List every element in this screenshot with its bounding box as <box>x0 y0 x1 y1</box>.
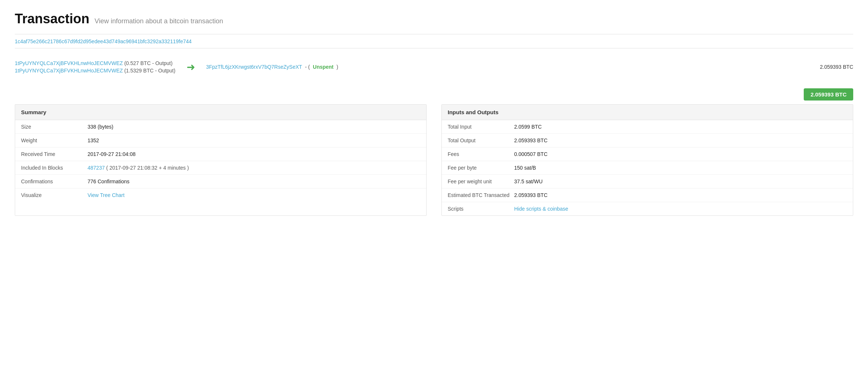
summary-value-weight: 1352 <box>88 137 99 143</box>
tx-output-separator: - ( <box>305 64 310 70</box>
page-header: Transaction View information about a bit… <box>15 11 853 27</box>
summary-row-weight: Weight 1352 <box>15 134 426 147</box>
tables-section: Summary Size 338 (bytes) Weight 1352 Rec… <box>15 104 853 216</box>
summary-label-included-blocks: Included In Blocks <box>21 165 88 171</box>
io-label-fees: Fees <box>448 151 514 157</box>
tx-input-row-2: 1tPyUYNYQLCa7XjBFVKHLnwHoJECMVWEZ (1.532… <box>15 68 175 74</box>
block-link[interactable]: 487237 <box>88 165 105 171</box>
io-row-fee-per-byte: Fee per byte 150 sat/B <box>442 161 853 175</box>
io-row-total-input: Total Input 2.0599 BTC <box>442 120 853 134</box>
summary-table: Summary Size 338 (bytes) Weight 1352 Rec… <box>15 104 427 216</box>
tx-output-close-paren: ) <box>336 64 338 70</box>
io-value-estimated-btc: 2.059393 BTC <box>514 192 547 198</box>
tx-total-badge: 2.059393 BTC <box>804 88 853 101</box>
tx-input-amount-1: (0.527 BTC - Output) <box>124 60 172 66</box>
io-label-scripts: Scripts <box>448 206 514 212</box>
summary-label-visualize: Visualize <box>21 192 88 198</box>
tx-input-address-1[interactable]: 1tPyUYNYQLCa7XjBFVKHLnwHoJECMVWEZ <box>15 60 123 66</box>
io-row-fees: Fees 0.000507 BTC <box>442 147 853 161</box>
tx-outputs: 3FpzTfL6jzXKrwgst6rxV7bQ7RseZySeXT - ( U… <box>206 64 853 70</box>
summary-label-weight: Weight <box>21 137 88 143</box>
summary-value-confirmations: 776 Confirmations <box>88 178 130 184</box>
io-row-scripts: Scripts Hide scripts & coinbase <box>442 202 853 215</box>
io-row-total-output: Total Output 2.059393 BTC <box>442 134 853 147</box>
summary-label-size: Size <box>21 124 88 130</box>
tx-total-row: 2.059393 BTC <box>15 88 853 101</box>
summary-row-received-time: Received Time 2017-09-27 21:04:08 <box>15 147 426 161</box>
summary-row-confirmations: Confirmations 776 Confirmations <box>15 175 426 188</box>
arrow-right-icon: ➜ <box>187 61 195 73</box>
io-row-fee-per-weight: Fee per weight unit 37.5 sat/WU <box>442 175 853 188</box>
summary-label-received-time: Received Time <box>21 151 88 157</box>
io-label-fee-per-byte: Fee per byte <box>448 165 514 171</box>
tx-id-link[interactable]: 1c4af75e266c21786c67d9fd2d95edee43d749ac… <box>15 38 192 44</box>
io-label-total-input: Total Input <box>448 124 514 130</box>
unspent-badge: Unspent <box>313 64 334 70</box>
inputs-outputs-table: Inputs and Outputs Total Input 2.0599 BT… <box>441 104 853 216</box>
tx-output-row-1: 3FpzTfL6jzXKrwgst6rxV7bQ7RseZySeXT - ( U… <box>206 64 853 70</box>
page-subtitle: View information about a bitcoin transac… <box>95 17 223 25</box>
io-value-fee-per-byte: 150 sat/B <box>514 165 536 171</box>
io-row-estimated-btc: Estimated BTC Transacted 2.059393 BTC <box>442 188 853 202</box>
summary-row-included-blocks: Included In Blocks 487237 ( 2017-09-27 2… <box>15 161 426 175</box>
io-label-fee-per-weight: Fee per weight unit <box>448 178 514 184</box>
block-time-info: ( 2017-09-27 21:08:32 + 4 minutes ) <box>106 165 189 171</box>
tx-input-address-2[interactable]: 1tPyUYNYQLCa7XjBFVKHLnwHoJECMVWEZ <box>15 68 123 74</box>
io-value-total-output: 2.059393 BTC <box>514 137 547 143</box>
tx-arrow: ➜ <box>187 61 195 73</box>
summary-label-confirmations: Confirmations <box>21 178 88 184</box>
hide-scripts-link[interactable]: Hide scripts & coinbase <box>514 206 568 212</box>
tx-flow: 1tPyUYNYQLCa7XjBFVKHLnwHoJECMVWEZ (0.527… <box>15 57 853 77</box>
page-title: Transaction <box>15 11 89 27</box>
tx-output-address-1[interactable]: 3FpzTfL6jzXKrwgst6rxV7bQ7RseZySeXT <box>206 64 302 70</box>
io-value-fees: 0.000507 BTC <box>514 151 547 157</box>
io-label-estimated-btc: Estimated BTC Transacted <box>448 192 514 198</box>
io-value-total-input: 2.0599 BTC <box>514 124 542 130</box>
summary-value-included-blocks: 487237 ( 2017-09-27 21:08:32 + 4 minutes… <box>88 165 189 171</box>
tx-id-bar: 1c4af75e266c21786c67d9fd2d95edee43d749ac… <box>15 34 853 48</box>
summary-header: Summary <box>15 105 426 120</box>
tx-inputs: 1tPyUYNYQLCa7XjBFVKHLnwHoJECMVWEZ (0.527… <box>15 60 175 74</box>
view-tree-chart-link[interactable]: View Tree Chart <box>88 192 124 198</box>
tx-input-row-1: 1tPyUYNYQLCa7XjBFVKHLnwHoJECMVWEZ (0.527… <box>15 60 175 66</box>
tx-output-btc-1: 2.059393 BTC <box>820 64 853 70</box>
tx-input-amount-2: (1.5329 BTC - Output) <box>124 68 175 74</box>
summary-row-visualize: Visualize View Tree Chart <box>15 188 426 202</box>
io-label-total-output: Total Output <box>448 137 514 143</box>
io-value-fee-per-weight: 37.5 sat/WU <box>514 178 543 184</box>
summary-value-size: 338 (bytes) <box>88 124 113 130</box>
summary-row-size: Size 338 (bytes) <box>15 120 426 134</box>
inputs-outputs-header: Inputs and Outputs <box>442 105 853 120</box>
summary-value-received-time: 2017-09-27 21:04:08 <box>88 151 136 157</box>
